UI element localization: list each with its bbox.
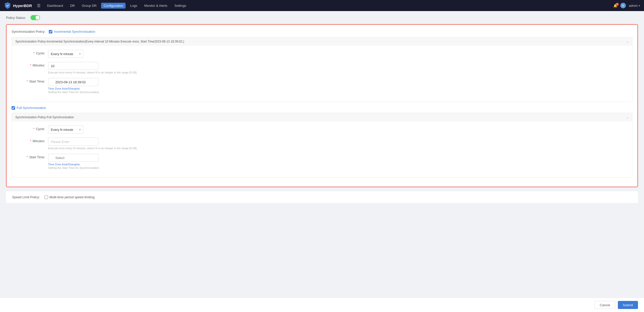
full-minutes-hint: Execute once every N minutes, where N is… [48,147,149,150]
full-sync-title: Full Synchronization [17,106,46,110]
user-avatar: A [620,3,626,8]
page-main: Policy Status: Synchronization Policy: I… [0,11,644,222]
incremental-datetime-wrapper: ⏱ [48,78,98,86]
bottom-action-bar: Cancel Submit [0,298,644,312]
nav-settings[interactable]: Settings [172,3,189,9]
full-minutes-control: Execute once every N minutes, where N is… [48,138,149,150]
sync-policy-label: Synchronization Policy: [12,30,45,33]
incremental-collapse-panel: Synchronization Policy-Incremental Synch… [12,37,632,102]
full-sync-collapse-panel: Synchronization Policy-Full Synchronizat… [12,113,632,178]
incremental-timezone-hint: Time Zone Asia/Shanghai [48,87,149,90]
speed-limit-label: Speed Limit Policy: [12,195,40,199]
incremental-cycle-label: * Cycle: [18,50,48,55]
incremental-panel-header[interactable]: Synchronization Policy-Incremental Synch… [12,37,632,46]
incremental-start-time-control: ⏱ Time Zone Asia/Shanghai Setting the St… [48,78,149,94]
username-label: admin [629,4,638,8]
full-start-time-row: * Start Time: ⏱ Time Zone Asia/Shanghai … [18,154,626,169]
incremental-minutes-required: * [30,63,31,67]
incremental-minutes-label: * Minutes: [18,62,48,67]
incremental-sync-title: Incremental Synchronization [54,30,95,33]
user-menu[interactable]: admin ▾ [629,4,640,8]
cancel-button[interactable]: Cancel [594,301,615,309]
incremental-start-time-required: * [26,80,28,83]
notification-bell[interactable]: 🔔 2 [613,4,617,8]
app-logo: HyperBDR [4,2,32,9]
full-cycle-control: Every N minute Every N hour Every N day [48,126,149,134]
avatar-icon: A [620,3,626,8]
incremental-cycle-select[interactable]: Every N minute Every N hour Every N day [48,50,83,58]
full-start-time-control: ⏱ Time Zone Asia/Shanghai Setting the St… [48,154,149,169]
nav-dashboard[interactable]: Dashboard [45,3,66,9]
full-sync-panel-body: * Cycle: Every N minute Every N hour Eve… [12,122,632,177]
full-sync-header: Full Synchronization [12,106,632,110]
incremental-cycle-control: Every N minute Every N hour Every N day [48,50,149,58]
full-start-time-input[interactable] [48,154,98,162]
incremental-cycle-row: * Cycle: Every N minute Every N hour Eve… [18,50,626,58]
nav-logs[interactable]: Logs [128,3,140,9]
nav-configuration[interactable]: Configuration [101,3,126,9]
incremental-setting-hint: Setting the Start Time for Synchronizati… [48,91,149,94]
incremental-minutes-control: Execute once every N minutes, where N is… [48,62,149,74]
full-setting-hint: Setting the Start Time for Synchronizati… [48,166,149,169]
full-start-time-label: * Start Time: [18,154,48,159]
full-minutes-input[interactable] [48,138,98,146]
hamburger-icon[interactable]: ☰ [37,3,41,8]
full-sync-label[interactable]: Full Synchronization [12,106,46,110]
incremental-panel-title: Synchronization Policy-Incremental Synch… [15,40,184,43]
incremental-cycle-required: * [33,51,34,55]
top-navigation: HyperBDR ☰ Dashboard DR Group DR Configu… [0,0,644,11]
full-sync-panel-chevron: ⌄ [626,115,629,119]
full-cycle-label: * Cycle: [18,126,48,131]
page-body: Policy Status: Synchronization Policy: I… [0,11,644,207]
incremental-start-time-label: * Start Time: [18,78,48,83]
incremental-panel-chevron: ⌄ [626,40,629,43]
speed-limit-row: Speed Limit Policy: Multi-time period sp… [6,191,638,203]
incremental-minutes-input[interactable] [48,62,98,70]
full-datetime-wrapper: ⏱ [48,154,98,162]
full-cycle-row: * Cycle: Every N minute Every N hour Eve… [18,126,626,134]
incremental-minutes-row: * Minutes: Execute once every N minutes,… [18,62,626,74]
policy-status-label: Policy Status: [6,16,26,20]
toggle-slider [30,15,40,20]
app-title: HyperBDR [13,4,32,8]
full-minutes-row: * Minutes: Execute once every N minutes,… [18,138,626,150]
full-minutes-label: * Minutes: [18,138,48,143]
policy-status-toggle[interactable] [30,15,40,20]
speed-limit-checkbox-label: Multi-time period speed limiting [50,195,95,199]
incremental-panel-body: * Cycle: Every N minute Every N hour Eve… [12,46,632,102]
nav-right-section: 🔔 2 A admin ▾ [613,3,640,8]
full-timezone-hint: Time Zone Asia/Shanghai [48,163,149,166]
full-cycle-select-wrapper: Every N minute Every N hour Every N day [48,126,83,134]
notification-badge: 2 [616,3,619,6]
nav-group-dr[interactable]: Group DR [79,3,99,9]
full-minutes-required: * [30,139,31,143]
incremental-minutes-hint: Execute once every N minutes, where N is… [48,71,149,74]
nav-monitor-alerts[interactable]: Monitor & Alerts [142,3,170,9]
submit-button[interactable]: Submit [618,301,638,309]
user-dropdown-chevron: ▾ [639,4,640,7]
incremental-sync-label[interactable]: Incremental Synchronization [49,30,95,33]
full-cycle-select[interactable]: Every N minute Every N hour Every N day [48,126,83,134]
incremental-sync-checkbox[interactable] [49,30,52,33]
speed-limit-toggle-label[interactable]: Multi-time period speed limiting [45,195,95,199]
full-cycle-required: * [33,127,34,131]
sync-policy-card: Synchronization Policy: Incremental Sync… [6,24,638,187]
incremental-policy-row: Synchronization Policy: Incremental Sync… [12,30,632,33]
full-sync-panel-header[interactable]: Synchronization Policy-Full Synchronizat… [12,113,632,122]
full-sync-checkbox[interactable] [12,106,15,110]
incremental-cycle-select-wrapper: Every N minute Every N hour Every N day [48,50,83,58]
full-sync-panel-title: Synchronization Policy-Full Synchronizat… [15,115,74,119]
speed-limit-checkbox[interactable] [45,196,48,199]
incremental-start-time-row: * Start Time: ⏱ Time Zone Asia/Shanghai … [18,78,626,94]
policy-status-row: Policy Status: [6,15,638,20]
full-start-time-required: * [26,155,28,159]
incremental-start-time-input[interactable] [48,78,98,86]
nav-dr[interactable]: DR [68,3,77,9]
shield-icon [4,2,11,9]
